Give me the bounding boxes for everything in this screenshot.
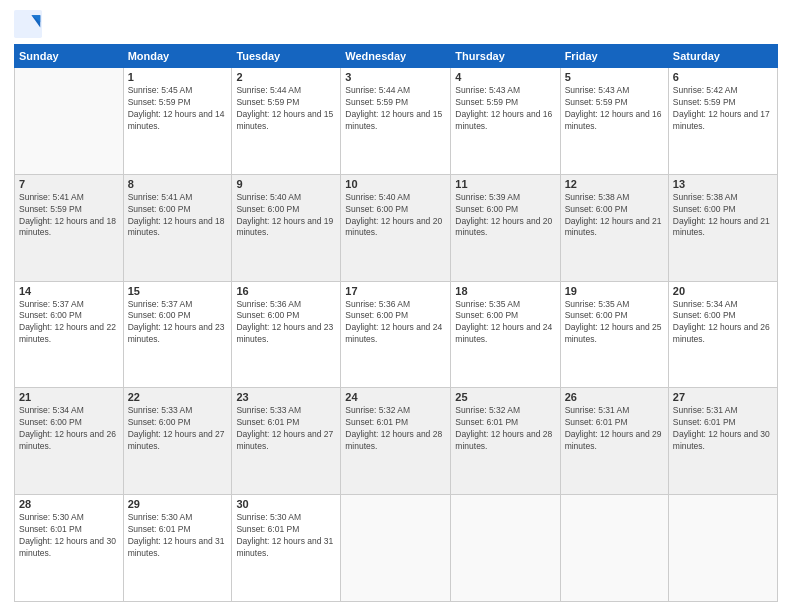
- day-cell: 19Sunrise: 5:35 AMSunset: 6:00 PMDayligh…: [560, 281, 668, 388]
- day-cell: 6Sunrise: 5:42 AMSunset: 5:59 PMDaylight…: [668, 68, 777, 175]
- day-cell: 15Sunrise: 5:37 AMSunset: 6:00 PMDayligh…: [123, 281, 232, 388]
- day-info: Sunrise: 5:38 AMSunset: 6:00 PMDaylight:…: [673, 192, 773, 240]
- day-info: Sunrise: 5:40 AMSunset: 6:00 PMDaylight:…: [345, 192, 446, 240]
- day-info: Sunrise: 5:32 AMSunset: 6:01 PMDaylight:…: [455, 405, 555, 453]
- day-number: 25: [455, 391, 555, 403]
- day-number: 13: [673, 178, 773, 190]
- day-cell: 27Sunrise: 5:31 AMSunset: 6:01 PMDayligh…: [668, 388, 777, 495]
- day-info: Sunrise: 5:30 AMSunset: 6:01 PMDaylight:…: [128, 512, 228, 560]
- week-row: 14Sunrise: 5:37 AMSunset: 6:00 PMDayligh…: [15, 281, 778, 388]
- col-header-sunday: Sunday: [15, 45, 124, 68]
- day-info: Sunrise: 5:37 AMSunset: 6:00 PMDaylight:…: [128, 299, 228, 347]
- day-info: Sunrise: 5:44 AMSunset: 5:59 PMDaylight:…: [236, 85, 336, 133]
- day-cell: 5Sunrise: 5:43 AMSunset: 5:59 PMDaylight…: [560, 68, 668, 175]
- day-cell: 29Sunrise: 5:30 AMSunset: 6:01 PMDayligh…: [123, 495, 232, 602]
- day-number: 2: [236, 71, 336, 83]
- day-info: Sunrise: 5:36 AMSunset: 6:00 PMDaylight:…: [236, 299, 336, 347]
- day-cell: 1Sunrise: 5:45 AMSunset: 5:59 PMDaylight…: [123, 68, 232, 175]
- col-header-saturday: Saturday: [668, 45, 777, 68]
- day-number: 24: [345, 391, 446, 403]
- day-info: Sunrise: 5:31 AMSunset: 6:01 PMDaylight:…: [673, 405, 773, 453]
- day-info: Sunrise: 5:45 AMSunset: 5:59 PMDaylight:…: [128, 85, 228, 133]
- day-cell: 13Sunrise: 5:38 AMSunset: 6:00 PMDayligh…: [668, 174, 777, 281]
- day-cell: 14Sunrise: 5:37 AMSunset: 6:00 PMDayligh…: [15, 281, 124, 388]
- day-number: 15: [128, 285, 228, 297]
- day-info: Sunrise: 5:30 AMSunset: 6:01 PMDaylight:…: [19, 512, 119, 560]
- day-info: Sunrise: 5:34 AMSunset: 6:00 PMDaylight:…: [673, 299, 773, 347]
- day-cell: [15, 68, 124, 175]
- day-info: Sunrise: 5:39 AMSunset: 6:00 PMDaylight:…: [455, 192, 555, 240]
- day-cell: [668, 495, 777, 602]
- day-cell: 21Sunrise: 5:34 AMSunset: 6:00 PMDayligh…: [15, 388, 124, 495]
- day-cell: 12Sunrise: 5:38 AMSunset: 6:00 PMDayligh…: [560, 174, 668, 281]
- day-info: Sunrise: 5:41 AMSunset: 5:59 PMDaylight:…: [19, 192, 119, 240]
- day-info: Sunrise: 5:44 AMSunset: 5:59 PMDaylight:…: [345, 85, 446, 133]
- col-header-wednesday: Wednesday: [341, 45, 451, 68]
- day-number: 5: [565, 71, 664, 83]
- day-cell: 26Sunrise: 5:31 AMSunset: 6:01 PMDayligh…: [560, 388, 668, 495]
- day-cell: 10Sunrise: 5:40 AMSunset: 6:00 PMDayligh…: [341, 174, 451, 281]
- day-cell: 22Sunrise: 5:33 AMSunset: 6:00 PMDayligh…: [123, 388, 232, 495]
- day-info: Sunrise: 5:43 AMSunset: 5:59 PMDaylight:…: [565, 85, 664, 133]
- day-cell: 9Sunrise: 5:40 AMSunset: 6:00 PMDaylight…: [232, 174, 341, 281]
- day-number: 18: [455, 285, 555, 297]
- day-cell: 7Sunrise: 5:41 AMSunset: 5:59 PMDaylight…: [15, 174, 124, 281]
- day-cell: 25Sunrise: 5:32 AMSunset: 6:01 PMDayligh…: [451, 388, 560, 495]
- header-row: SundayMondayTuesdayWednesdayThursdayFrid…: [15, 45, 778, 68]
- page: SundayMondayTuesdayWednesdayThursdayFrid…: [0, 0, 792, 612]
- day-number: 20: [673, 285, 773, 297]
- day-cell: 20Sunrise: 5:34 AMSunset: 6:00 PMDayligh…: [668, 281, 777, 388]
- day-cell: 8Sunrise: 5:41 AMSunset: 6:00 PMDaylight…: [123, 174, 232, 281]
- day-info: Sunrise: 5:33 AMSunset: 6:00 PMDaylight:…: [128, 405, 228, 453]
- day-number: 19: [565, 285, 664, 297]
- day-number: 9: [236, 178, 336, 190]
- day-number: 26: [565, 391, 664, 403]
- day-number: 23: [236, 391, 336, 403]
- day-cell: 18Sunrise: 5:35 AMSunset: 6:00 PMDayligh…: [451, 281, 560, 388]
- day-info: Sunrise: 5:35 AMSunset: 6:00 PMDaylight:…: [565, 299, 664, 347]
- day-info: Sunrise: 5:37 AMSunset: 6:00 PMDaylight:…: [19, 299, 119, 347]
- day-number: 12: [565, 178, 664, 190]
- logo: [14, 10, 46, 38]
- day-info: Sunrise: 5:35 AMSunset: 6:00 PMDaylight:…: [455, 299, 555, 347]
- day-info: Sunrise: 5:31 AMSunset: 6:01 PMDaylight:…: [565, 405, 664, 453]
- day-info: Sunrise: 5:34 AMSunset: 6:00 PMDaylight:…: [19, 405, 119, 453]
- col-header-thursday: Thursday: [451, 45, 560, 68]
- day-number: 21: [19, 391, 119, 403]
- week-row: 7Sunrise: 5:41 AMSunset: 5:59 PMDaylight…: [15, 174, 778, 281]
- day-number: 14: [19, 285, 119, 297]
- calendar-table: SundayMondayTuesdayWednesdayThursdayFrid…: [14, 44, 778, 602]
- day-info: Sunrise: 5:32 AMSunset: 6:01 PMDaylight:…: [345, 405, 446, 453]
- day-number: 28: [19, 498, 119, 510]
- logo-icon: [14, 10, 42, 38]
- day-info: Sunrise: 5:30 AMSunset: 6:01 PMDaylight:…: [236, 512, 336, 560]
- day-info: Sunrise: 5:38 AMSunset: 6:00 PMDaylight:…: [565, 192, 664, 240]
- day-cell: [341, 495, 451, 602]
- day-cell: 23Sunrise: 5:33 AMSunset: 6:01 PMDayligh…: [232, 388, 341, 495]
- day-number: 4: [455, 71, 555, 83]
- day-info: Sunrise: 5:33 AMSunset: 6:01 PMDaylight:…: [236, 405, 336, 453]
- day-number: 7: [19, 178, 119, 190]
- day-cell: 30Sunrise: 5:30 AMSunset: 6:01 PMDayligh…: [232, 495, 341, 602]
- week-row: 21Sunrise: 5:34 AMSunset: 6:00 PMDayligh…: [15, 388, 778, 495]
- day-info: Sunrise: 5:41 AMSunset: 6:00 PMDaylight:…: [128, 192, 228, 240]
- day-number: 27: [673, 391, 773, 403]
- day-number: 6: [673, 71, 773, 83]
- day-cell: 4Sunrise: 5:43 AMSunset: 5:59 PMDaylight…: [451, 68, 560, 175]
- day-info: Sunrise: 5:36 AMSunset: 6:00 PMDaylight:…: [345, 299, 446, 347]
- day-cell: 17Sunrise: 5:36 AMSunset: 6:00 PMDayligh…: [341, 281, 451, 388]
- week-row: 28Sunrise: 5:30 AMSunset: 6:01 PMDayligh…: [15, 495, 778, 602]
- day-info: Sunrise: 5:43 AMSunset: 5:59 PMDaylight:…: [455, 85, 555, 133]
- col-header-tuesday: Tuesday: [232, 45, 341, 68]
- col-header-monday: Monday: [123, 45, 232, 68]
- day-cell: 28Sunrise: 5:30 AMSunset: 6:01 PMDayligh…: [15, 495, 124, 602]
- day-number: 3: [345, 71, 446, 83]
- day-cell: 11Sunrise: 5:39 AMSunset: 6:00 PMDayligh…: [451, 174, 560, 281]
- day-number: 11: [455, 178, 555, 190]
- day-cell: 3Sunrise: 5:44 AMSunset: 5:59 PMDaylight…: [341, 68, 451, 175]
- day-number: 17: [345, 285, 446, 297]
- day-number: 1: [128, 71, 228, 83]
- day-cell: 2Sunrise: 5:44 AMSunset: 5:59 PMDaylight…: [232, 68, 341, 175]
- day-cell: 24Sunrise: 5:32 AMSunset: 6:01 PMDayligh…: [341, 388, 451, 495]
- header: [14, 10, 778, 38]
